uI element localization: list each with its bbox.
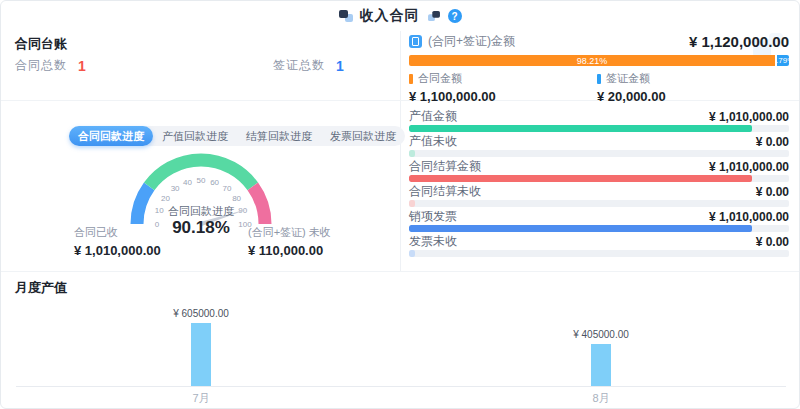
tab-0[interactable]: 合同回款进度 <box>69 126 153 146</box>
total-amount-label: (合同+签证)金额 <box>428 33 515 50</box>
gauge-tick-label: 40 <box>183 178 192 187</box>
gauge-tick-label: 60 <box>210 178 219 187</box>
gauge-tick-label: 30 <box>171 184 180 193</box>
legend-label: 合同金额 <box>418 71 462 86</box>
gauge-tick-label: 20 <box>161 194 170 203</box>
metric-bar-track <box>409 150 789 157</box>
metric-label: 发票未收 <box>409 233 457 250</box>
metric-row: 销项发票¥ 1,010,000.00 <box>409 208 789 232</box>
tab-1[interactable]: 产值回款进度 <box>153 126 237 146</box>
vertical-panel-divider <box>400 31 401 271</box>
metric-value: ¥ 0.00 <box>756 135 789 149</box>
tab-3[interactable]: 发票回款进度 <box>321 126 405 146</box>
amount-summary-panel: (合同+签证)金额 ¥ 1,120,000.00 98.21%1.79% 产值金… <box>409 31 789 271</box>
legend-marker-icon <box>409 74 413 84</box>
metric-row: 合同结算未收¥ 0.00 <box>409 183 789 207</box>
monthly-bar <box>591 344 611 386</box>
bar-value-label: ¥ 405000.00 <box>556 329 646 340</box>
contract-count-label: 合同总数 <box>15 57 67 74</box>
visa-count-label: 签证总数 <box>273 57 325 74</box>
metric-value: ¥ 1,010,000.00 <box>709 210 789 224</box>
metric-bar-fill <box>409 250 415 257</box>
received-value: ¥ 1,010,000.00 <box>74 243 161 258</box>
gauge-center-label: 合同回款进度 <box>141 204 261 219</box>
page-title: 收入合同 <box>360 7 420 25</box>
contract-count-stat: 合同总数 1 <box>15 57 86 74</box>
metric-label: 产值未收 <box>409 133 457 150</box>
monthly-bar <box>191 323 211 386</box>
monthly-title: 月度产值 <box>15 279 67 297</box>
total-amount-row: (合同+签证)金额 ¥ 1,120,000.00 <box>409 33 789 50</box>
tab-2[interactable]: 结算回款进度 <box>237 126 321 146</box>
legend-contract: 合同金额¥ 1,100,000.00 <box>409 71 496 104</box>
gauge-tick-label: 80 <box>232 194 241 203</box>
received-stat: 合同已收 ¥ 1,010,000.00 <box>74 225 161 258</box>
metric-label: 合同结算金额 <box>409 158 481 175</box>
metric-label: 产值金额 <box>409 108 457 125</box>
amount-doc-icon <box>409 35 422 48</box>
metric-bar-fill <box>409 175 752 182</box>
unreceived-value: ¥ 110,000.00 <box>248 243 331 258</box>
legend-value: ¥ 20,000.00 <box>597 89 666 104</box>
title-ornament-left-icon <box>339 10 353 22</box>
legend-label: 签证金额 <box>606 71 650 86</box>
metric-value: ¥ 1,010,000.00 <box>709 160 789 174</box>
legend-visa: 签证金额¥ 20,000.00 <box>597 71 666 104</box>
metric-row: 合同结算金额¥ 1,010,000.00 <box>409 158 789 182</box>
metric-row: 产值未收¥ 0.00 <box>409 133 789 157</box>
legend-marker-icon <box>597 74 601 84</box>
metric-bar-fill <box>409 225 752 232</box>
visa-count: 1 <box>336 58 344 74</box>
monthly-output-section: 月度产值 ¥ 605000.007月¥ 405000.008月 <box>1 271 800 409</box>
metric-row: 产值金额¥ 1,010,000.00 <box>409 108 789 132</box>
visa-amount-segment: 1.79% <box>777 55 789 66</box>
metric-bar-fill <box>409 150 415 157</box>
metric-value: ¥ 0.00 <box>756 235 789 249</box>
total-amount-value: ¥ 1,120,000.00 <box>689 33 789 50</box>
contract-visa-ratio-bar: 98.21%1.79% <box>409 55 789 66</box>
metrics-list: 产值金额¥ 1,010,000.00产值未收¥ 0.00合同结算金额¥ 1,01… <box>409 108 789 258</box>
x-axis-label: 7月 <box>171 391 231 406</box>
visa-count-stat: 签证总数 1 <box>273 57 344 74</box>
progress-tabs: 合同回款进度产值回款进度结算回款进度发票回款进度 <box>69 126 405 146</box>
page-header: 收入合同 ? <box>1 1 799 31</box>
metric-bar-track <box>409 250 789 257</box>
metric-bar-track <box>409 125 789 132</box>
contract-amount-segment: 98.21% <box>409 55 775 66</box>
metric-bar-track <box>409 225 789 232</box>
income-contract-dashboard: 收入合同 ? 合同台账 合同总数 1 签证总数 1 合同回款进度产值回款进度结算… <box>0 0 800 409</box>
received-label: 合同已收 <box>74 225 161 240</box>
help-icon[interactable]: ? <box>448 9 462 23</box>
contract-count: 1 <box>78 58 86 74</box>
metric-bar-track <box>409 200 789 207</box>
metric-row: 发票未收¥ 0.00 <box>409 233 789 257</box>
gauge-tick-label: 70 <box>222 184 231 193</box>
x-axis-label: 8月 <box>571 391 631 406</box>
metric-value: ¥ 0.00 <box>756 185 789 199</box>
metric-bar-fill <box>409 200 415 207</box>
ledger-title: 合同台账 <box>15 35 67 53</box>
metric-value: ¥ 1,010,000.00 <box>709 110 789 124</box>
x-axis-line <box>16 386 786 387</box>
metric-bar-fill <box>409 125 752 132</box>
bar-value-label: ¥ 605000.00 <box>156 308 246 319</box>
metric-label: 合同结算未收 <box>409 183 481 200</box>
legend-value: ¥ 1,100,000.00 <box>409 89 496 104</box>
title-ornament-right-icon <box>428 11 440 21</box>
unreceived-label: (合同+签证) 未收 <box>248 225 331 240</box>
metric-label: 销项发票 <box>409 208 457 225</box>
metric-bar-track <box>409 175 789 182</box>
unreceived-stat: (合同+签证) 未收 ¥ 110,000.00 <box>248 225 331 258</box>
gauge-tick-label: 50 <box>197 176 206 185</box>
